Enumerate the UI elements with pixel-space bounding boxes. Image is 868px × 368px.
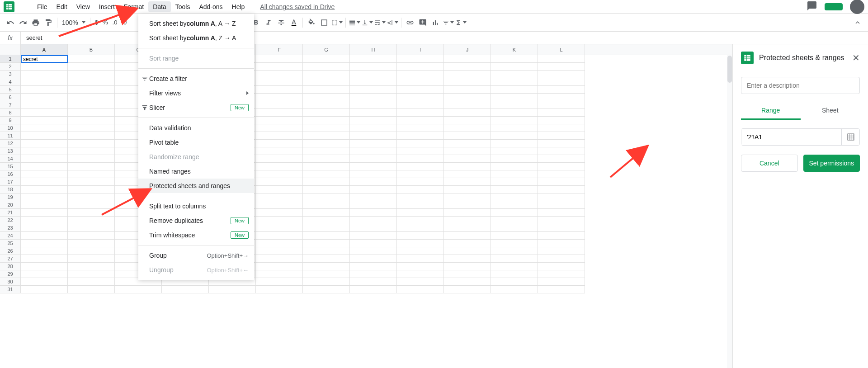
cell[interactable] bbox=[68, 55, 115, 63]
cell[interactable] bbox=[303, 217, 350, 224]
row-header[interactable]: 9 bbox=[0, 117, 21, 124]
horizontal-align-button[interactable] bbox=[349, 17, 360, 28]
cell[interactable] bbox=[444, 117, 491, 124]
cell[interactable] bbox=[491, 140, 538, 147]
cell[interactable] bbox=[491, 193, 538, 201]
cell[interactable] bbox=[68, 193, 115, 201]
cell[interactable] bbox=[21, 217, 68, 224]
cell[interactable] bbox=[491, 132, 538, 140]
cell[interactable] bbox=[397, 109, 444, 117]
menu-trim-whitespace[interactable]: Trim whitespaceNew bbox=[138, 228, 254, 242]
cell[interactable] bbox=[303, 240, 350, 247]
cell[interactable] bbox=[68, 232, 115, 240]
cell[interactable] bbox=[444, 140, 491, 147]
cell[interactable] bbox=[21, 155, 68, 163]
row-header[interactable]: 28 bbox=[0, 263, 21, 270]
cell[interactable] bbox=[68, 86, 115, 94]
cell[interactable] bbox=[350, 117, 397, 124]
cell[interactable] bbox=[538, 270, 585, 278]
row-header[interactable]: 7 bbox=[0, 101, 21, 109]
cell[interactable] bbox=[491, 55, 538, 63]
cell[interactable] bbox=[538, 286, 585, 293]
col-header-G[interactable]: G bbox=[303, 44, 350, 55]
cell[interactable] bbox=[444, 240, 491, 247]
cell[interactable] bbox=[68, 147, 115, 155]
cell[interactable] bbox=[21, 178, 68, 186]
cell[interactable] bbox=[397, 278, 444, 286]
cell[interactable] bbox=[303, 109, 350, 117]
vertical-scrollbar[interactable] bbox=[727, 55, 732, 368]
cell[interactable] bbox=[397, 201, 444, 209]
cell[interactable] bbox=[444, 263, 491, 270]
cell[interactable] bbox=[21, 63, 68, 71]
cell[interactable] bbox=[115, 286, 162, 293]
cell[interactable] bbox=[538, 101, 585, 109]
cell[interactable] bbox=[444, 78, 491, 86]
cell[interactable] bbox=[350, 263, 397, 270]
menu-edit[interactable]: Edit bbox=[52, 1, 72, 12]
cell[interactable] bbox=[538, 124, 585, 132]
cell[interactable] bbox=[538, 155, 585, 163]
cell[interactable] bbox=[444, 193, 491, 201]
cell[interactable] bbox=[256, 86, 303, 94]
cell[interactable] bbox=[303, 278, 350, 286]
cell[interactable] bbox=[303, 124, 350, 132]
cell[interactable] bbox=[491, 270, 538, 278]
cell[interactable] bbox=[491, 263, 538, 270]
cell[interactable] bbox=[538, 78, 585, 86]
cell[interactable] bbox=[444, 163, 491, 170]
cell[interactable] bbox=[256, 163, 303, 170]
row-header[interactable]: 3 bbox=[0, 71, 21, 78]
cell[interactable] bbox=[303, 132, 350, 140]
cell[interactable] bbox=[303, 232, 350, 240]
menu-named-ranges[interactable]: Named ranges bbox=[138, 164, 254, 179]
row-header[interactable]: 27 bbox=[0, 255, 21, 263]
row-header[interactable]: 4 bbox=[0, 78, 21, 86]
print-button[interactable] bbox=[30, 17, 42, 28]
cell[interactable] bbox=[350, 278, 397, 286]
cell[interactable] bbox=[21, 140, 68, 147]
cell[interactable] bbox=[350, 63, 397, 71]
cell[interactable] bbox=[444, 63, 491, 71]
col-header-F[interactable]: F bbox=[256, 44, 303, 55]
cell[interactable] bbox=[444, 170, 491, 178]
col-header-L[interactable]: L bbox=[538, 44, 585, 55]
menu-insert[interactable]: Insert bbox=[94, 1, 119, 12]
menu-slicer[interactable]: SlicerNew bbox=[138, 100, 254, 115]
menu-help[interactable]: Help bbox=[227, 1, 250, 12]
range-input[interactable] bbox=[741, 129, 841, 145]
cell[interactable] bbox=[491, 224, 538, 232]
cell[interactable] bbox=[491, 255, 538, 263]
cell[interactable] bbox=[350, 270, 397, 278]
menu-protected-sheets[interactable]: Protected sheets and ranges bbox=[138, 179, 254, 193]
menu-sort-az[interactable]: Sort sheet by column A, A → Z bbox=[138, 16, 254, 31]
row-header[interactable]: 31 bbox=[0, 286, 21, 293]
cell[interactable] bbox=[444, 55, 491, 63]
cell[interactable] bbox=[68, 263, 115, 270]
cell[interactable] bbox=[538, 55, 585, 63]
cell[interactable] bbox=[256, 140, 303, 147]
cell[interactable] bbox=[256, 201, 303, 209]
row-header[interactable]: 12 bbox=[0, 140, 21, 147]
cell[interactable] bbox=[397, 286, 444, 293]
cell[interactable] bbox=[538, 247, 585, 255]
cell[interactable] bbox=[538, 255, 585, 263]
cell[interactable] bbox=[397, 193, 444, 201]
cell[interactable] bbox=[444, 209, 491, 217]
cell[interactable] bbox=[68, 201, 115, 209]
cell[interactable] bbox=[303, 117, 350, 124]
cell[interactable] bbox=[21, 163, 68, 170]
cell[interactable] bbox=[256, 155, 303, 163]
spreadsheet-grid[interactable]: ABCDEFGHIJKL 1secret23456789101112131415… bbox=[0, 44, 732, 368]
menu-format[interactable]: Format bbox=[119, 1, 148, 12]
cell[interactable] bbox=[256, 71, 303, 78]
cell[interactable] bbox=[68, 78, 115, 86]
cell[interactable] bbox=[303, 270, 350, 278]
cell[interactable] bbox=[350, 55, 397, 63]
row-header[interactable]: 21 bbox=[0, 209, 21, 217]
cell[interactable] bbox=[256, 232, 303, 240]
cell[interactable] bbox=[21, 186, 68, 193]
cell[interactable] bbox=[256, 178, 303, 186]
cell[interactable] bbox=[256, 186, 303, 193]
cell[interactable] bbox=[350, 209, 397, 217]
